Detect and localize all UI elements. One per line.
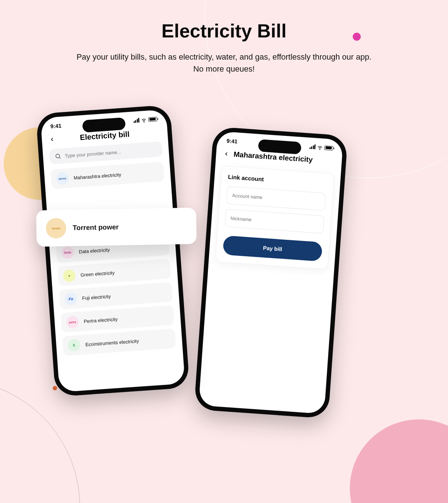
status-time: 9:41 — [50, 122, 61, 129]
hero-title: Electricity Bill — [0, 20, 448, 42]
provider-logo: E — [68, 339, 81, 352]
provider-logo: ● — [63, 269, 76, 282]
provider-name: Ecoinstruments electricity — [85, 338, 139, 347]
provider-item[interactable]: MAHAMaharashtra electricity — [51, 162, 164, 189]
nickname-input[interactable] — [224, 209, 324, 234]
provider-name: Data electricity — [79, 247, 110, 254]
provider-logo: Delta — [61, 246, 74, 259]
phone-mockup-detail: 9:41 Maharashtra electricity Link accoun… — [194, 126, 348, 419]
decorative-arc-bottom-left — [0, 379, 80, 503]
provider-name: Green electricity — [80, 270, 115, 278]
battery-icon — [148, 117, 157, 122]
provider-name: Torrent power — [73, 223, 119, 232]
signal-icon — [133, 118, 139, 123]
decorative-dot-red — [53, 386, 57, 390]
provider-logo: MAHA — [56, 172, 69, 185]
back-icon[interactable] — [223, 150, 230, 157]
link-account-card: Link account Pay bill — [215, 166, 335, 270]
provider-item[interactable]: petraPertra electricity — [61, 305, 175, 333]
phone-mockup-list: 9:41 Electricity bill MAHAMaharashtra el… — [36, 105, 190, 397]
decorative-circle-pink — [350, 419, 448, 503]
provider-logo: petra — [66, 315, 79, 329]
hero-subtitle: Pay your utility bills, such as electric… — [0, 51, 448, 75]
provider-name: Fuji electricity — [82, 293, 111, 301]
provider-item-highlighted[interactable]: torrent Torrent power — [36, 208, 197, 247]
svg-line-3 — [59, 157, 61, 159]
provider-list: MAHAMaharashtra electricityTATATata powe… — [44, 161, 185, 393]
provider-logo: Fe — [64, 292, 77, 305]
provider-logo-torrent: torrent — [46, 218, 67, 238]
wifi-icon — [317, 145, 323, 150]
search-icon — [55, 153, 61, 160]
account-name-input[interactable] — [226, 186, 326, 211]
provider-item[interactable]: EEcoinstruments electricity — [62, 329, 176, 356]
wifi-icon — [141, 117, 147, 122]
search-input[interactable] — [65, 146, 157, 158]
svg-point-0 — [320, 149, 320, 149]
battery-icon — [324, 145, 333, 150]
svg-point-1 — [144, 122, 144, 122]
provider-item[interactable]: FeFuji electricity — [59, 282, 173, 309]
status-time: 9:41 — [226, 138, 237, 145]
svg-point-2 — [56, 154, 60, 158]
signal-icon — [309, 144, 316, 149]
pay-bill-button[interactable]: Pay bill — [223, 236, 323, 262]
provider-item[interactable]: ●Green electricity — [57, 259, 171, 286]
provider-name: Pertra electricity — [84, 316, 118, 324]
link-account-title: Link account — [228, 174, 327, 187]
provider-name: Maharashtra electricity — [73, 172, 121, 180]
